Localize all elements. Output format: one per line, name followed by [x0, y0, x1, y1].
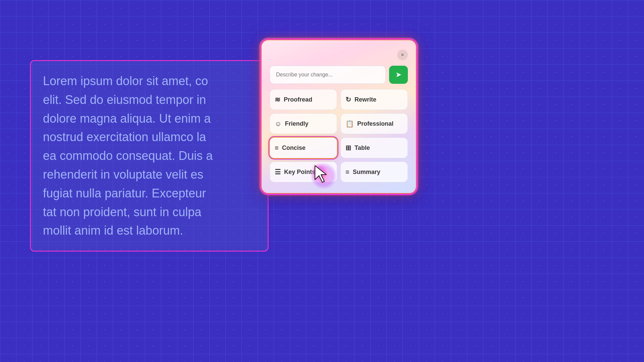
input-row: ➤ [270, 66, 408, 84]
table-icon: ⊞ [345, 144, 351, 152]
keypoints-button[interactable]: ☰ Key Points [270, 162, 337, 182]
concise-label: Concise [282, 144, 306, 152]
professional-button[interactable]: 📋 Professional [340, 113, 408, 134]
send-icon: ➤ [395, 70, 401, 79]
summary-icon: ≡ [345, 168, 350, 176]
proofread-label: Proofread [284, 96, 312, 103]
proofread-button[interactable]: ≋ Proofread [270, 89, 337, 110]
friendly-label: Friendly [285, 120, 308, 127]
friendly-button[interactable]: ☺ Friendly [270, 113, 337, 134]
rewrite-button[interactable]: ↻ Rewrite [340, 89, 408, 110]
ai-edit-popup: × ➤ ≋ Proofread ↻ Rewrite ☺ Friendly 📋 P… [262, 40, 416, 193]
professional-label: Professional [357, 120, 393, 127]
table-button[interactable]: ⊞ Table [340, 137, 408, 158]
concise-button[interactable]: ≡ Concise [270, 137, 337, 158]
professional-icon: 📋 [345, 120, 354, 128]
proofread-icon: ≋ [275, 96, 280, 104]
summary-label: Summary [353, 169, 380, 176]
friendly-icon: ☺ [275, 120, 281, 128]
popup-header: × [270, 50, 408, 60]
concise-icon: ≡ [275, 144, 279, 152]
describe-input[interactable] [270, 66, 386, 84]
table-label: Table [355, 144, 370, 152]
keypoints-label: Key Points [284, 169, 315, 176]
lorem-ipsum-text: Lorem ipsum dolor sit amet, co elit. Sed… [30, 60, 268, 251]
close-button[interactable]: × [397, 50, 408, 60]
action-buttons-grid: ≋ Proofread ↻ Rewrite ☺ Friendly 📋 Profe… [270, 89, 408, 182]
summary-button[interactable]: ≡ Summary [340, 162, 408, 182]
send-button[interactable]: ➤ [389, 66, 408, 84]
keypoints-icon: ☰ [275, 168, 281, 176]
rewrite-icon: ↻ [345, 96, 351, 104]
rewrite-label: Rewrite [355, 96, 376, 103]
